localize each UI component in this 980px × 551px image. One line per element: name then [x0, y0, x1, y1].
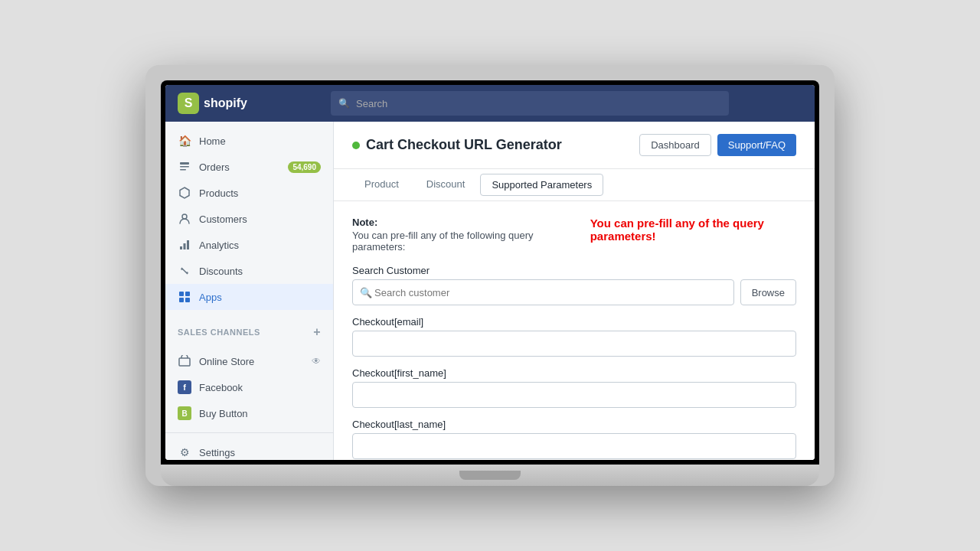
search-input-wrap: 🔍 — [352, 279, 734, 305]
sidebar-item-label: Customers — [199, 214, 247, 225]
discounts-icon — [178, 264, 191, 278]
sidebar-item-label: Discounts — [199, 266, 243, 277]
sidebar-item-products[interactable]: Products — [165, 180, 333, 206]
tab-discount[interactable]: Discount — [414, 169, 478, 201]
sidebar-item-label: Facebook — [199, 382, 243, 393]
sidebar-item-label: Products — [199, 187, 238, 199]
settings-section: ⚙ Settings — [165, 432, 333, 460]
laptop-frame: S shopify 🔍 🏠 Home — [145, 65, 835, 486]
main-layout: 🏠 Home Orders 54,690 — [165, 122, 815, 460]
screen-content: S shopify 🔍 🏠 Home — [165, 85, 815, 460]
header-buttons: Dashboard Support/FAQ — [639, 134, 796, 156]
search-icon-inside: 🔍 — [360, 287, 372, 298]
field-last-name: Checkout[last_name] — [352, 419, 796, 459]
search-bar[interactable]: 🔍 — [331, 91, 729, 116]
search-customer-label: Search Customer — [352, 265, 796, 276]
svg-rect-6 — [187, 240, 189, 249]
page-title: Cart Checkout URL Generator — [366, 137, 562, 153]
field-first-name: Checkout[first_name] — [352, 367, 796, 408]
laptop-base — [161, 465, 819, 486]
sidebar-item-label: Home — [199, 135, 226, 147]
sidebar-item-label: Analytics — [199, 240, 239, 251]
products-icon — [178, 186, 191, 200]
search-customer-input[interactable] — [352, 279, 734, 305]
svg-rect-8 — [185, 292, 190, 296]
field-email: Checkout[email] — [352, 316, 796, 357]
shopify-logo-icon: S — [178, 93, 199, 114]
tab-supported-parameters[interactable]: Supported Parameters — [480, 174, 603, 196]
sidebar-item-analytics[interactable]: Analytics — [165, 232, 333, 258]
sidebar-item-online-store[interactable]: Online Store 👁 — [165, 348, 333, 374]
sidebar: 🏠 Home Orders 54,690 — [165, 122, 334, 460]
top-nav: S shopify 🔍 — [165, 85, 815, 122]
search-customer-row: 🔍 Browse — [352, 279, 796, 305]
apps-icon — [178, 290, 191, 304]
svg-rect-7 — [179, 292, 184, 296]
svg-rect-2 — [180, 169, 186, 171]
buy-button-icon: B — [178, 406, 191, 420]
sidebar-item-customers[interactable]: Customers — [165, 206, 333, 232]
svg-rect-4 — [180, 246, 182, 249]
dashboard-button[interactable]: Dashboard — [639, 134, 711, 156]
page-title-area: Cart Checkout URL Generator — [352, 137, 562, 153]
orders-icon — [178, 160, 191, 174]
sales-channels-header: SALES CHANNELS + — [165, 316, 333, 342]
note-label: Note: — [352, 217, 554, 228]
sidebar-item-label: Online Store — [199, 356, 254, 367]
note-text: You can pre-fill any of the following qu… — [352, 230, 554, 253]
svg-rect-10 — [185, 298, 190, 302]
search-icon: 🔍 — [338, 98, 350, 109]
brand-name: shopify — [204, 96, 247, 110]
browse-button[interactable]: Browse — [740, 279, 796, 305]
svg-rect-0 — [180, 162, 189, 165]
tabs-area: Product Discount Supported Parameters — [334, 169, 815, 201]
laptop-notch — [459, 471, 521, 480]
sidebar-item-buy-button[interactable]: B Buy Button — [165, 400, 333, 426]
settings-icon: ⚙ — [178, 445, 191, 459]
first-name-input[interactable] — [352, 382, 796, 408]
home-icon: 🏠 — [178, 134, 191, 148]
sidebar-item-label: Apps — [199, 292, 222, 303]
sidebar-item-label: Buy Button — [199, 408, 248, 419]
svg-rect-9 — [179, 298, 184, 302]
laptop-screen: S shopify 🔍 🏠 Home — [161, 80, 819, 465]
sidebar-item-orders[interactable]: Orders 54,690 — [165, 154, 333, 180]
shopify-logo: S shopify — [178, 93, 331, 114]
page-header: Cart Checkout URL Generator Dashboard Su… — [334, 122, 815, 169]
customers-icon — [178, 212, 191, 226]
last-name-input[interactable] — [352, 433, 796, 459]
add-sales-channel-button[interactable]: + — [313, 325, 321, 339]
svg-rect-1 — [180, 166, 189, 168]
first-name-label: Checkout[first_name] — [352, 367, 796, 379]
sidebar-item-label: Orders — [199, 161, 230, 173]
main-nav-section: 🏠 Home Orders 54,690 — [165, 122, 333, 316]
email-input[interactable] — [352, 331, 796, 357]
orders-badge: 54,690 — [288, 161, 321, 173]
last-name-label: Checkout[last_name] — [352, 419, 796, 430]
promo-text: You can pre-fill any of the query parame… — [590, 217, 796, 243]
sidebar-item-apps[interactable]: Apps — [165, 284, 333, 310]
svg-rect-5 — [184, 243, 186, 249]
svg-rect-11 — [179, 358, 190, 366]
search-customer-group: Search Customer 🔍 Browse — [352, 265, 796, 305]
online-store-icon — [178, 354, 191, 368]
sidebar-item-settings[interactable]: ⚙ Settings — [165, 439, 333, 460]
tab-product[interactable]: Product — [352, 169, 411, 201]
sales-channels-section: Online Store 👁 f Facebook B Buy Button — [165, 342, 333, 432]
support-faq-button[interactable]: Support/FAQ — [717, 134, 796, 156]
main-content: Cart Checkout URL Generator Dashboard Su… — [334, 122, 815, 460]
sidebar-item-facebook[interactable]: f Facebook — [165, 374, 333, 400]
visibility-icon[interactable]: 👁 — [312, 356, 321, 367]
status-dot — [352, 142, 360, 149]
form-content: Note: You can pre-fill any of the follow… — [334, 201, 815, 460]
svg-point-3 — [182, 214, 187, 219]
facebook-icon: f — [178, 380, 191, 394]
note-row: Note: You can pre-fill any of the follow… — [352, 217, 796, 265]
analytics-icon — [178, 238, 191, 252]
sidebar-item-label: Settings — [199, 447, 235, 458]
sidebar-item-home[interactable]: 🏠 Home — [165, 128, 333, 154]
email-label: Checkout[email] — [352, 316, 796, 328]
search-input[interactable] — [356, 98, 721, 109]
note-section: Note: You can pre-fill any of the follow… — [352, 217, 554, 253]
sidebar-item-discounts[interactable]: Discounts — [165, 258, 333, 284]
